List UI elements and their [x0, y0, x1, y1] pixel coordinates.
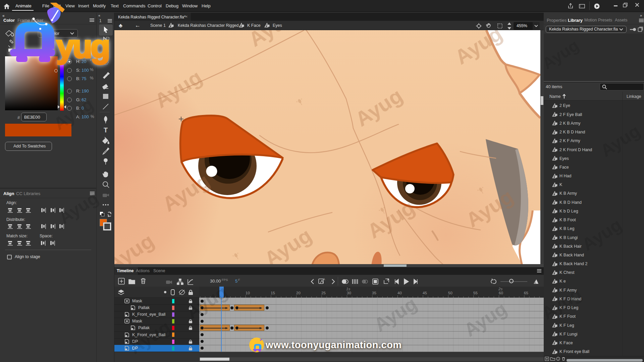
- svg-text:A: A: [323, 278, 325, 281]
- svg-text:yug: yug: [56, 28, 109, 64]
- svg-text:T: T: [104, 126, 108, 134]
